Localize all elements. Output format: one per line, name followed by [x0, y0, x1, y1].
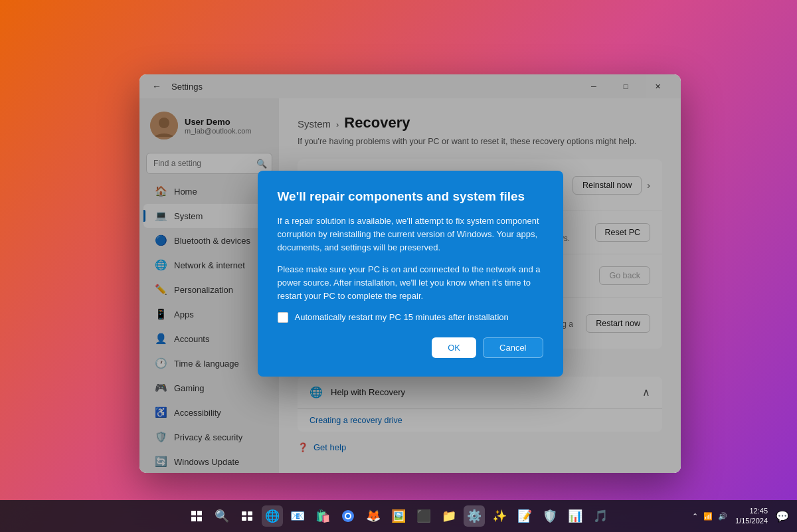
taskbar-center: 🔍 🌐 📧 🛍️ 🦊 🖼️ ⬛ 📁 ⚙️ ✨ 📝 🛡️ 📊: [186, 505, 611, 527]
notification-icon[interactable]: 💬: [776, 510, 789, 523]
modal-ok-button[interactable]: OK: [432, 337, 476, 358]
taskbar-firefox-button[interactable]: 🦊: [363, 505, 384, 527]
taskbar-copilot-button[interactable]: ✨: [489, 505, 510, 527]
taskbar: 🔍 🌐 📧 🛍️ 🦊 🖼️ ⬛ 📁 ⚙️ ✨ 📝 🛡️ 📊: [0, 500, 797, 532]
taskbar-system-icons: ⌃ 📶 🔊: [692, 512, 727, 521]
taskbar-mail-button[interactable]: 📧: [287, 505, 308, 527]
chevron-up-icon[interactable]: ⌃: [692, 512, 698, 521]
taskbar-edge-button[interactable]: 🌐: [262, 505, 283, 527]
clock-time: 12:45: [735, 506, 768, 516]
taskbar-settings-active[interactable]: ⚙️: [464, 505, 485, 527]
modal-body-1: If a repair solution is available, we'll…: [278, 215, 543, 254]
modal-overlay: We'll repair components and system files…: [139, 74, 681, 473]
network-status-icon[interactable]: 📶: [703, 512, 713, 521]
svg-rect-6: [242, 511, 246, 515]
taskbar-start-button[interactable]: [186, 505, 207, 527]
taskbar-photos-button[interactable]: 🖼️: [388, 505, 409, 527]
taskbar-chrome-button[interactable]: [337, 505, 359, 527]
auto-restart-checkbox[interactable]: [278, 312, 288, 323]
settings-window: ← Settings ─ □ ✕ User Demo m_: [139, 74, 681, 473]
taskbar-defender-button[interactable]: 🛡️: [539, 505, 561, 527]
volume-icon[interactable]: 🔊: [718, 512, 727, 521]
repair-modal: We'll repair components and system files…: [258, 171, 563, 377]
auto-restart-label: Automatically restart my PC 15 minutes a…: [295, 312, 509, 322]
modal-checkbox-container[interactable]: Automatically restart my PC 15 minutes a…: [278, 312, 543, 323]
modal-title: We'll repair components and system files: [278, 189, 543, 204]
svg-rect-7: [248, 511, 252, 515]
svg-rect-8: [242, 517, 246, 521]
clock-date: 1/15/2024: [735, 516, 768, 526]
svg-rect-9: [248, 517, 252, 521]
modal-buttons: OK Cancel: [278, 337, 543, 358]
svg-rect-3: [197, 511, 202, 515]
svg-rect-4: [191, 517, 196, 521]
taskbar-search-button[interactable]: 🔍: [211, 505, 232, 527]
taskbar-store-button[interactable]: 🛍️: [312, 505, 333, 527]
modal-body: If a repair solution is available, we'll…: [278, 215, 543, 303]
taskbar-clock[interactable]: 12:45 1/15/2024: [735, 506, 768, 527]
taskbar-notepad-button[interactable]: 📝: [514, 505, 535, 527]
taskbar-app2-button[interactable]: 🎵: [590, 505, 611, 527]
modal-body-2: Please make sure your PC is on and conne…: [278, 263, 543, 303]
taskbar-app1-button[interactable]: 📊: [565, 505, 586, 527]
taskbar-right: ⌃ 📶 🔊 12:45 1/15/2024 💬: [692, 506, 789, 527]
taskbar-files-button[interactable]: 📁: [438, 505, 460, 527]
svg-point-12: [346, 514, 350, 518]
svg-rect-5: [197, 517, 202, 521]
modal-cancel-button[interactable]: Cancel: [483, 337, 543, 358]
svg-rect-2: [191, 511, 196, 515]
taskbar-terminal-button[interactable]: ⬛: [413, 505, 434, 527]
taskbar-taskview-button[interactable]: [236, 505, 258, 527]
